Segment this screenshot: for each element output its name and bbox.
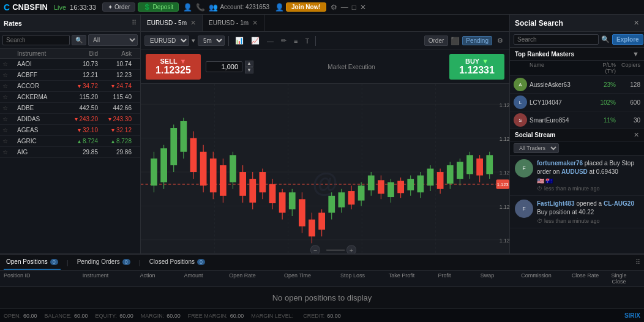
rate-row-agric[interactable]: ☆ AGRIC ▴ 8.724 ▴ 8.728 (0, 136, 140, 147)
masters-expand-icon[interactable]: ▼ (632, 50, 639, 58)
user-icon[interactable]: 👤 (275, 3, 284, 12)
col-copiers: Copiers (616, 62, 640, 74)
order-button[interactable]: ✦ Order (102, 2, 136, 12)
star-icon-adbe[interactable]: ☆ (2, 105, 17, 111)
deposit-button[interactable]: 💲 Deposit (138, 2, 179, 12)
chart-tab-2-close[interactable]: ✕ (252, 19, 258, 27)
master-row-smart[interactable]: S SmartEuro854 11% 30 (510, 111, 644, 129)
svg-rect-24 (200, 152, 207, 185)
join-now-button[interactable]: Join Now! (286, 2, 326, 12)
col-position-id: Position ID (4, 272, 65, 285)
timeframe-select[interactable]: 5m (198, 36, 225, 46)
top-masters-header: Top Ranked Masters ▼ (510, 48, 644, 61)
stream-close-icon[interactable]: ✕ (634, 131, 639, 139)
open-status: OPEN: 60.00 (4, 313, 37, 319)
master-name-smart: SmartEuro854 (530, 117, 591, 124)
svg-text:1.12200: 1.12200 (500, 238, 509, 244)
chart-type-line[interactable]: 📈 (249, 36, 262, 46)
amount-input[interactable] (206, 61, 242, 72)
chart-tab-1[interactable]: EURUSD - 5m ✕ (141, 15, 203, 31)
order-button-chart[interactable]: Order (424, 36, 449, 46)
star-icon-agric[interactable]: ☆ (2, 138, 17, 144)
col-open-rate: Open Rate (218, 272, 267, 285)
rate-row-acbff[interactable]: ☆ ACBFF 12.21 12.23 (0, 70, 140, 81)
symbol-select[interactable]: EURUSD (144, 36, 189, 46)
settings-icon[interactable]: ⚙ (331, 3, 337, 12)
free-margin-label: FREE MARGIN: (188, 313, 228, 319)
star-icon-acbff[interactable]: ☆ (2, 72, 17, 78)
chart-tool-draw[interactable]: ✏ (279, 36, 289, 46)
rates-filter-select[interactable]: All (88, 34, 138, 46)
rate-row-accor[interactable]: ☆ ACCOR ▾ 34.72 ▾ 24.74 (0, 81, 140, 92)
svg-text:1.12450: 1.12450 (500, 102, 509, 108)
rate-row-aaoi[interactable]: ☆ AAOI 10.73 10.74 (0, 59, 140, 70)
chart-container: 1.123 @ (141, 84, 509, 253)
person-icon[interactable]: 👥 (209, 3, 218, 12)
equity-label: EQUITY: (95, 313, 118, 319)
chart-tab-1-close[interactable]: ✕ (190, 19, 196, 27)
minimize-icon[interactable]: — (341, 3, 348, 12)
free-margin-value: 60.00 (230, 313, 244, 319)
chart-settings-icon[interactable]: ⚙ (495, 36, 506, 46)
rate-row-ageas[interactable]: ☆ AGEAS ▾ 32.10 ▾ 32.12 (0, 125, 140, 136)
pending-orders-label: Pending Orders (77, 258, 120, 265)
ask-aaoi: 10.74 (98, 61, 132, 67)
bottom-panel-icon[interactable]: ⠿ (635, 258, 640, 266)
closed-positions-tab[interactable]: Closed Positions 0 (147, 255, 208, 270)
phone-icon[interactable]: 📞 (196, 3, 205, 12)
sirix-logo: SIRIX (624, 312, 640, 319)
master-name-aussie: AussieAsker63 (530, 81, 591, 88)
expand-icon[interactable]: ▾ (192, 37, 195, 45)
chart-tool-text[interactable]: T (302, 36, 312, 46)
clock: 16:33:33 (70, 4, 96, 11)
svg-rect-59 (348, 191, 355, 204)
chart-tab-2[interactable]: EURUSD - 1m ✕ (203, 15, 264, 31)
sell-box[interactable]: SELL ▼ 1.12325 (146, 54, 201, 80)
rate-row-adidas[interactable]: ☆ ADIDAS ▾ 243.20 ▾ 243.30 (0, 114, 140, 125)
profile-icon[interactable]: 👤 (183, 3, 192, 12)
master-row-aussie[interactable]: A AussieAsker63 23% 128 (510, 76, 644, 94)
star-icon-accor[interactable]: ☆ (2, 83, 17, 89)
instrument-name-ageas: AGEAS (17, 127, 64, 133)
open-positions-tab[interactable]: Open Positions 0 (4, 255, 61, 270)
rate-row-aig[interactable]: ☆ AIG 29.85 29.86 (0, 147, 140, 158)
svg-rect-14 (151, 159, 157, 185)
stream-filter-select[interactable]: All Traders (514, 143, 559, 153)
maximize-icon[interactable]: □ (352, 3, 356, 12)
star-icon-aig[interactable]: ☆ (2, 149, 17, 155)
amount-up-button[interactable]: ▲ (245, 61, 253, 67)
rate-row-adbe[interactable]: ☆ ADBE 442.50 442.66 (0, 103, 140, 114)
chart-tool-menu[interactable]: ≡ (291, 36, 300, 46)
svg-rect-38 (269, 184, 276, 203)
explore-button[interactable]: Explore (612, 34, 643, 45)
svg-text:1.123: 1.123 (497, 182, 509, 187)
stream-user-0: fortunemaker76 (537, 160, 583, 167)
rates-search-input[interactable] (2, 35, 70, 45)
rates-menu-icon[interactable]: ⠿ (132, 19, 137, 27)
buy-box[interactable]: BUY ▼ 1.12331 (449, 54, 504, 80)
amount-down-button[interactable]: ▼ (245, 67, 253, 73)
master-copiers-aussie: 128 (616, 81, 640, 88)
svg-rect-55 (328, 196, 335, 213)
star-icon-ackerma[interactable]: ☆ (2, 94, 17, 100)
stream-text-0: fortunemaker76 placed a Buy Stop order o… (537, 159, 639, 176)
status-bar: OPEN: 60.00 BALANCE: 60.00 EQUITY: 60.00… (0, 309, 644, 322)
rate-row-ackerma[interactable]: ☆ ACKERMA 115.20 115.40 (0, 92, 140, 103)
chart-type-bars[interactable]: 📊 (233, 36, 246, 46)
rates-search-button[interactable]: 🔍 (72, 35, 86, 45)
col-amount: Amount (169, 272, 218, 285)
star-icon-ageas[interactable]: ☆ (2, 127, 17, 133)
close-icon[interactable]: ✕ (360, 3, 366, 12)
svg-rect-30 (230, 155, 236, 182)
stream-items: F fortunemaker76 placed a Buy Stop order… (510, 155, 644, 253)
social-search-input[interactable] (514, 34, 599, 45)
star-icon-aaoi[interactable]: ☆ (2, 61, 17, 67)
pending-orders-tab[interactable]: Pending Orders 0 (75, 255, 133, 270)
star-icon-adidas[interactable]: ☆ (2, 116, 17, 122)
social-close-icon[interactable]: ✕ (634, 19, 639, 27)
chart-tool-line[interactable]: — (264, 36, 276, 46)
master-row-lcy[interactable]: L LCY104047 102% 600 (510, 94, 644, 111)
svg-rect-18 (170, 128, 177, 165)
balance-status: BALANCE: 60.00 (45, 313, 88, 319)
credit-value: 60.00 (327, 313, 341, 319)
